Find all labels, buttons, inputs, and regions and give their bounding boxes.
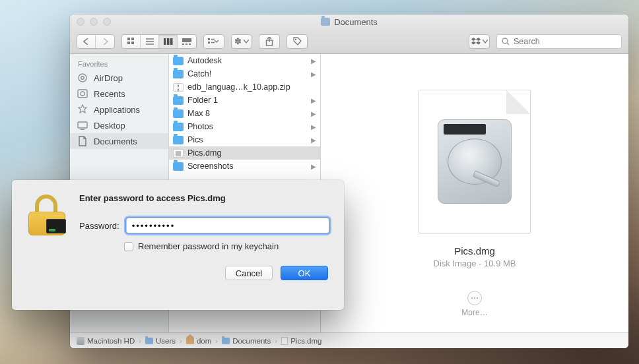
file-row[interactable]: Catch!▶: [169, 67, 320, 80]
file-icon: [281, 337, 288, 345]
chevron-right-icon: ▶: [311, 97, 316, 104]
file-label: Max 8: [187, 109, 210, 118]
group-by-segment: [203, 34, 224, 49]
dropbox-button[interactable]: [469, 35, 489, 48]
sidebar-item-airdrop[interactable]: AirDrop: [70, 70, 168, 86]
search-field[interactable]: [496, 34, 622, 49]
svg-point-26: [81, 92, 84, 96]
preview-kind-size: Disk Image - 10.9 MB: [434, 258, 516, 268]
svg-point-21: [502, 38, 508, 44]
svg-line-22: [507, 43, 509, 45]
search-input[interactable]: [514, 37, 617, 46]
more-icon: ⋯: [467, 291, 482, 305]
file-row[interactable]: Screenshots▶: [169, 160, 320, 173]
ok-button[interactable]: OK: [281, 266, 328, 280]
remember-label: Remember password in my keychain: [138, 241, 279, 251]
path-item[interactable]: Macintosh HD: [77, 337, 135, 345]
file-row-selected[interactable]: Pics.dmg: [169, 146, 320, 160]
view-gallery-button[interactable]: [178, 35, 196, 48]
path-item[interactable]: Users: [145, 337, 176, 345]
ok-label: OK: [298, 268, 311, 278]
recents-icon: [77, 88, 88, 100]
preview-pane: Pics.dmg Disk Image - 10.9 MB ⋯ More…: [321, 54, 628, 332]
share-button[interactable]: [259, 35, 279, 48]
folder-icon: [321, 18, 330, 26]
dialog-title: Enter password to access Pics.dmg: [79, 193, 329, 203]
sidebar-item-label: Documents: [94, 136, 137, 146]
svg-rect-13: [189, 44, 191, 45]
dmg-icon: [173, 149, 184, 158]
view-segment: [121, 34, 197, 49]
file-row[interactable]: Photos▶: [169, 120, 320, 133]
gear-icon: ✽: [234, 36, 242, 46]
view-list-button[interactable]: [141, 35, 159, 48]
folder-icon: [222, 338, 230, 344]
chevron-right-icon: ›: [139, 337, 141, 345]
preview-more[interactable]: ⋯ More…: [461, 291, 487, 317]
more-label: More…: [461, 308, 487, 317]
tags-button[interactable]: [287, 35, 307, 48]
lock-icon: [26, 195, 67, 235]
svg-rect-12: [185, 44, 187, 45]
chevron-right-icon: ▶: [311, 163, 316, 170]
file-row[interactable]: Folder 1▶: [169, 94, 320, 107]
share-segment: [259, 34, 280, 49]
preview-document-icon: [419, 90, 531, 233]
remember-checkbox[interactable]: [124, 242, 133, 251]
tags-segment: [286, 34, 308, 49]
svg-rect-11: [182, 44, 184, 45]
sidebar-item-applications[interactable]: Applications: [70, 102, 168, 117]
chevron-right-icon: ›: [180, 337, 182, 345]
svg-point-23: [79, 74, 86, 82]
dropbox-segment: [469, 34, 490, 49]
group-by-button[interactable]: [204, 35, 224, 48]
sidebar-item-label: Desktop: [94, 121, 125, 131]
folder-icon: [173, 96, 184, 105]
folder-icon: [173, 109, 184, 118]
file-row[interactable]: Autodesk▶: [169, 54, 320, 67]
chevron-right-icon: ›: [215, 337, 218, 345]
chevron-right-icon: ▶: [311, 123, 316, 131]
hdd-icon: [77, 337, 84, 345]
file-label: Autodesk: [187, 56, 222, 65]
file-row[interactable]: Pics▶: [169, 133, 320, 146]
applications-icon: [77, 104, 88, 115]
sidebar-item-label: Recents: [94, 89, 125, 99]
svg-rect-0: [127, 38, 130, 40]
svg-rect-9: [170, 38, 173, 45]
sidebar-item-label: Applications: [94, 105, 140, 115]
password-input[interactable]: [126, 218, 329, 233]
view-columns-button[interactable]: [159, 35, 178, 48]
preview-filename: Pics.dmg: [454, 245, 495, 257]
file-label: Screenshots: [187, 162, 233, 171]
action-button[interactable]: ✽: [232, 35, 252, 48]
forward-button[interactable]: [96, 35, 114, 48]
path-label: dom: [197, 337, 211, 345]
path-label: Pics.dmg: [290, 337, 321, 345]
svg-rect-14: [208, 38, 210, 40]
chevron-right-icon: ▶: [311, 57, 316, 65]
documents-icon: [77, 135, 88, 147]
path-item[interactable]: dom: [186, 337, 211, 345]
path-label: Users: [156, 337, 176, 345]
file-row[interactable]: edb_languag…k_10.app.zip: [169, 80, 320, 94]
file-label: Catch!: [187, 69, 211, 78]
sidebar-item-desktop[interactable]: Desktop: [70, 117, 168, 133]
back-button[interactable]: [77, 35, 96, 48]
titlebar[interactable]: Documents: [70, 15, 628, 29]
file-row[interactable]: Max 8▶: [169, 107, 320, 120]
folder-icon: [173, 136, 184, 144]
airdrop-icon: [77, 72, 88, 84]
sidebar-header: Favorites: [70, 58, 168, 70]
path-item[interactable]: Pics.dmg: [281, 337, 321, 345]
folder-icon: [173, 57, 184, 65]
chevron-right-icon: ›: [275, 337, 277, 345]
view-icons-button[interactable]: [122, 35, 141, 48]
path-item[interactable]: Documents: [222, 337, 271, 345]
svg-rect-25: [78, 90, 87, 98]
svg-rect-27: [78, 122, 87, 128]
sidebar-item-recents[interactable]: Recents: [70, 86, 168, 102]
chevron-right-icon: ▶: [311, 136, 316, 144]
cancel-button[interactable]: Cancel: [225, 266, 273, 280]
sidebar-item-documents[interactable]: Documents: [70, 133, 168, 149]
